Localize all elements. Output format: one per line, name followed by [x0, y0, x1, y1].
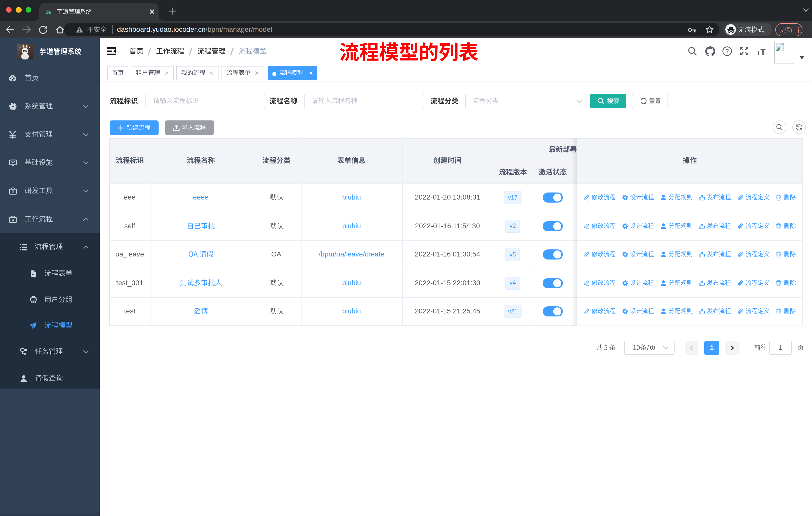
svg-text:?: ? [726, 48, 729, 54]
svg-text:T: T [757, 49, 760, 55]
svg-text:T: T [760, 47, 766, 55]
